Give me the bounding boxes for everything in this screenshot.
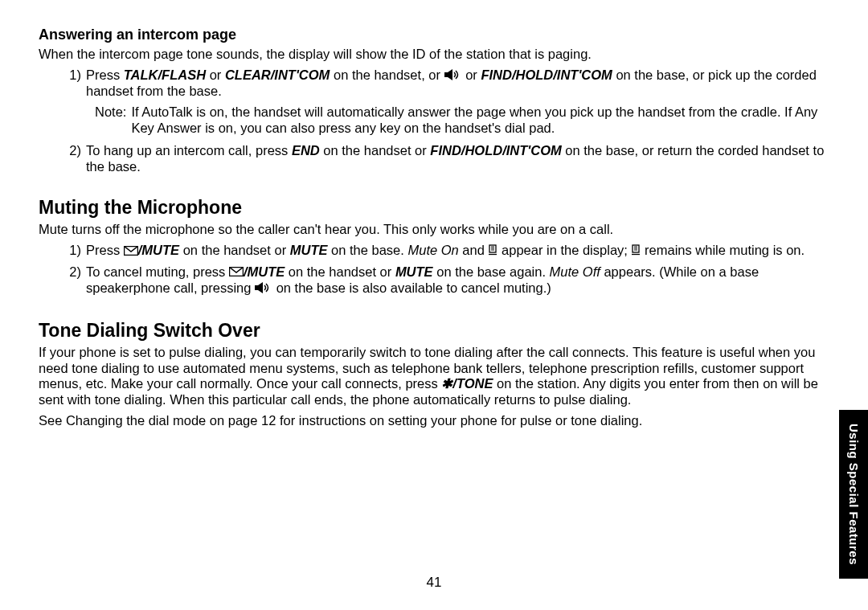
envelope-icon	[229, 264, 244, 280]
note-block: Note: If AutoTalk is on, the handset wil…	[95, 104, 829, 137]
answering-intro: When the intercom page tone sounds, the …	[39, 47, 829, 63]
item-number: 2)	[67, 143, 86, 175]
list-item: 1) Press /MUTE on the handset or MUTE on…	[67, 243, 829, 260]
tone-dialing-heading: Tone Dialing Switch Over	[39, 320, 829, 342]
answering-list: 1) Press TALK/FLASH or CLEAR/INT'COM on …	[67, 68, 829, 175]
muting-intro: Mute turns off the microphone so the cal…	[39, 222, 829, 238]
item-number: 1)	[67, 68, 86, 100]
side-tab-label: Using Special Features	[847, 424, 861, 565]
item-text: To cancel muting, press /MUTE on the han…	[86, 264, 829, 297]
page-number: 41	[0, 575, 868, 591]
svg-rect-14	[255, 285, 258, 290]
mute-indicator-icon	[488, 244, 497, 260]
svg-rect-0	[444, 72, 448, 77]
muting-list: 1) Press /MUTE on the handset or MUTE on…	[67, 243, 829, 297]
tone-dialing-para: If your phone is set to pulse dialing, y…	[39, 345, 829, 408]
note-text: If AutoTalk is on, the handset will auto…	[131, 104, 829, 137]
item-number: 1)	[67, 243, 86, 260]
note-label: Note:	[95, 104, 131, 137]
item-number: 2)	[67, 264, 86, 297]
item-text: Press /MUTE on the handset or MUTE on th…	[86, 243, 829, 260]
envelope-icon	[124, 244, 138, 260]
list-item: 1) Press TALK/FLASH or CLEAR/INT'COM on …	[67, 68, 829, 100]
svg-marker-1	[448, 69, 452, 80]
answering-heading: Answering an intercom page	[39, 27, 829, 43]
item-text: Press TALK/FLASH or CLEAR/INT'COM on the…	[86, 68, 829, 100]
item-text: To hang up an intercom call, press END o…	[86, 143, 829, 175]
speaker-icon	[444, 68, 462, 84]
speaker-icon	[255, 281, 272, 297]
muting-heading: Muting the Microphone	[39, 197, 829, 219]
mute-indicator-icon	[631, 244, 641, 260]
side-tab: Using Special Features	[839, 410, 868, 579]
list-item: 2) To hang up an intercom call, press EN…	[67, 143, 829, 175]
tone-dialing-see: See Changing the dial mode on page 12 fo…	[39, 413, 829, 429]
list-item: 2) To cancel muting, press /MUTE on the …	[67, 264, 829, 297]
svg-marker-15	[258, 282, 263, 293]
